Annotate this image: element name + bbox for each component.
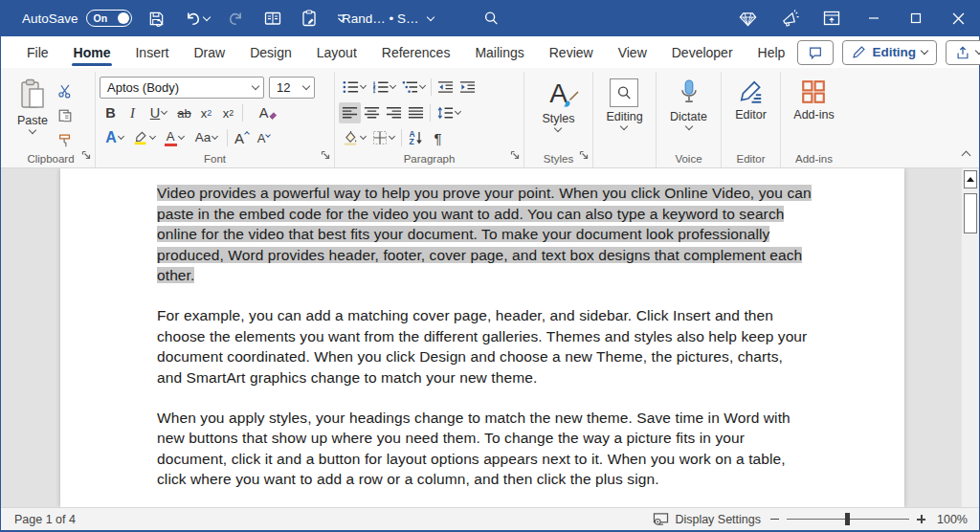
redo-button bbox=[225, 7, 248, 30]
decrease-indent-button[interactable] bbox=[434, 77, 457, 98]
tab-developer[interactable]: Developer bbox=[659, 36, 746, 68]
shading-button[interactable] bbox=[339, 127, 368, 148]
premium-button[interactable] bbox=[726, 0, 768, 36]
copy-button[interactable] bbox=[55, 105, 77, 126]
subscript-mark: 2 bbox=[207, 108, 212, 118]
align-right-button[interactable] bbox=[383, 102, 405, 123]
whats-new-button[interactable] bbox=[768, 0, 811, 36]
close-button[interactable] bbox=[937, 0, 979, 36]
zoom-slider-track[interactable] bbox=[787, 519, 909, 520]
align-center-button[interactable] bbox=[361, 102, 383, 123]
justify-button[interactable] bbox=[405, 102, 427, 123]
styles-dialog-launcher[interactable] bbox=[579, 146, 589, 164]
display-settings-button[interactable]: Display Settings bbox=[653, 512, 761, 526]
dialog-launcher-icon bbox=[81, 150, 91, 160]
paragraph[interactable]: When you apply styles, your headings cha… bbox=[157, 408, 812, 490]
document-page[interactable]: Video provides a powerful way to help yo… bbox=[60, 168, 904, 507]
tab-insert[interactable]: Insert bbox=[122, 36, 181, 68]
tab-mailings[interactable]: Mailings bbox=[462, 36, 536, 68]
zoom-level[interactable]: 100% bbox=[935, 513, 968, 526]
tab-design[interactable]: Design bbox=[237, 36, 304, 68]
zoom-in-button[interactable] bbox=[917, 515, 925, 523]
zoom-out-button[interactable] bbox=[770, 519, 779, 521]
text-effects-button[interactable]: A bbox=[100, 127, 129, 148]
numbering-button[interactable] bbox=[368, 77, 398, 98]
save-button[interactable] bbox=[145, 8, 167, 30]
underline-button[interactable]: U bbox=[144, 102, 173, 123]
tab-layout[interactable]: Layout bbox=[304, 36, 369, 68]
search-button[interactable] bbox=[482, 10, 500, 31]
grow-font-button[interactable]: A bbox=[231, 127, 253, 148]
align-left-button[interactable] bbox=[339, 102, 361, 123]
tab-review[interactable]: Review bbox=[537, 36, 606, 68]
tab-references[interactable]: References bbox=[369, 36, 463, 68]
paragraph-dialog-launcher[interactable] bbox=[510, 146, 520, 164]
document-text[interactable]: Video provides a powerful way to help yo… bbox=[60, 168, 904, 490]
multilevel-list-button[interactable] bbox=[398, 77, 428, 98]
clipboard-dialog-launcher[interactable] bbox=[81, 146, 91, 164]
editor-button[interactable]: Editor bbox=[728, 74, 773, 150]
tab-view[interactable]: View bbox=[606, 36, 659, 68]
line-spacing-chevron bbox=[454, 108, 460, 115]
tab-draw[interactable]: Draw bbox=[181, 36, 237, 68]
comment-icon bbox=[808, 45, 823, 60]
editing-mode-button[interactable]: Editing bbox=[842, 40, 937, 65]
ribbon-display-options-button[interactable] bbox=[811, 0, 853, 36]
zoom-slider-thumb[interactable] bbox=[845, 513, 850, 525]
strikethrough-button[interactable]: ab bbox=[173, 102, 195, 123]
ribbon-display-icon bbox=[822, 9, 841, 28]
page-indicator[interactable]: Page 1 of 4 bbox=[1, 513, 76, 526]
cut-button[interactable] bbox=[55, 80, 77, 101]
undo-dropdown-chevron[interactable] bbox=[202, 12, 210, 20]
addins-button[interactable]: Add-ins bbox=[787, 74, 840, 150]
comments-button[interactable] bbox=[797, 40, 834, 65]
paragraph[interactable]: For example, you can add a matching cove… bbox=[157, 305, 812, 388]
share-button[interactable] bbox=[946, 40, 980, 65]
styles-button[interactable]: A Styles bbox=[535, 74, 581, 150]
bullets-button[interactable] bbox=[339, 77, 368, 98]
editing-button[interactable]: Editing bbox=[599, 74, 649, 150]
sort-button[interactable]: A Z bbox=[405, 127, 427, 148]
minimize-button[interactable] bbox=[853, 0, 895, 36]
font-dialog-launcher[interactable] bbox=[321, 146, 330, 164]
show-hide-pilcrow-button[interactable]: ¶ bbox=[427, 127, 449, 148]
collapse-ribbon-button[interactable] bbox=[963, 145, 969, 163]
autosave-control[interactable]: AutoSave On bbox=[22, 10, 132, 27]
format-painter-button[interactable] bbox=[55, 130, 77, 151]
document-title[interactable]: Rand… • S… bbox=[342, 0, 434, 36]
strikethrough-glyph: ab bbox=[177, 107, 190, 120]
scrollbar-thumb[interactable] bbox=[964, 193, 977, 233]
paste-special-button[interactable] bbox=[298, 7, 321, 30]
clear-formatting-button[interactable]: A bbox=[257, 102, 279, 123]
shrink-font-button[interactable]: A bbox=[253, 127, 275, 148]
superscript-button[interactable]: x2 bbox=[217, 102, 239, 123]
tab-help[interactable]: Help bbox=[746, 36, 798, 68]
selected-text[interactable]: Video provides a powerful way to help yo… bbox=[157, 185, 812, 283]
autosave-toggle[interactable]: On bbox=[86, 10, 132, 27]
bold-button[interactable]: B bbox=[100, 102, 122, 123]
tab-home[interactable]: Home bbox=[61, 36, 123, 68]
paste-chevron[interactable] bbox=[29, 126, 36, 134]
dictate-button[interactable]: Dictate bbox=[663, 74, 714, 150]
vertical-scrollbar[interactable] bbox=[961, 168, 979, 507]
subscript-button[interactable]: x2 bbox=[195, 102, 217, 123]
font-color-button[interactable]: A bbox=[159, 127, 189, 148]
scroll-up-button[interactable] bbox=[964, 170, 977, 188]
font-name-select[interactable]: Aptos (Body) bbox=[100, 77, 264, 99]
paste-button[interactable]: Paste bbox=[11, 74, 55, 151]
addins-label: Add-ins bbox=[793, 108, 834, 122]
borders-button[interactable] bbox=[368, 127, 398, 148]
font-size-chevron bbox=[302, 81, 310, 89]
font-size-select[interactable]: 12 bbox=[269, 77, 315, 99]
maximize-button[interactable] bbox=[895, 0, 937, 36]
line-spacing-button[interactable] bbox=[434, 102, 463, 123]
italic-button[interactable]: I bbox=[122, 102, 144, 123]
paragraph-selected[interactable]: Video provides a powerful way to help yo… bbox=[157, 183, 812, 286]
undo-button[interactable] bbox=[181, 7, 212, 30]
tab-file[interactable]: File bbox=[14, 36, 61, 68]
change-case-button[interactable]: Aa bbox=[189, 127, 224, 148]
increase-indent-button[interactable] bbox=[457, 77, 479, 98]
divider bbox=[430, 104, 431, 122]
read-mode-button[interactable] bbox=[261, 7, 284, 30]
highlight-button[interactable] bbox=[129, 127, 159, 148]
